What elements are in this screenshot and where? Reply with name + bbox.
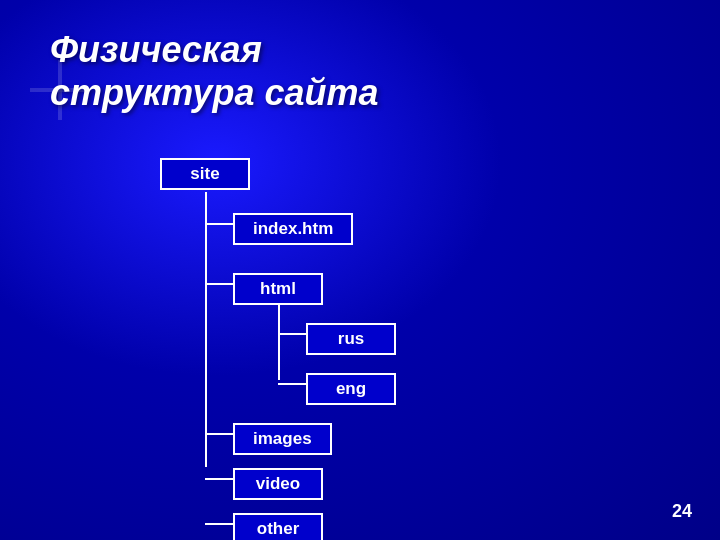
node-html: html [233, 273, 323, 305]
node-eng-wrapper: eng [306, 373, 396, 405]
line-to-index [205, 223, 233, 225]
line-to-html [205, 283, 233, 285]
line-to-eng [278, 383, 306, 385]
node-site: site [160, 158, 250, 190]
node-rus-wrapper: rus [306, 323, 396, 355]
main-vertical-line [205, 192, 207, 467]
title-line1: Физическая [50, 28, 379, 71]
node-video-wrapper: video [233, 468, 323, 500]
node-rus: rus [306, 323, 396, 355]
node-images-wrapper: images [233, 423, 332, 455]
title-line2: структура сайта [50, 71, 379, 114]
html-vertical-line [278, 305, 280, 380]
node-other: other [233, 513, 323, 540]
line-to-images [205, 433, 233, 435]
line-to-rus [278, 333, 306, 335]
node-other-wrapper: other [233, 513, 323, 540]
line-to-video [205, 478, 233, 480]
node-html-wrapper: html [233, 273, 323, 305]
node-eng: eng [306, 373, 396, 405]
node-video: video [233, 468, 323, 500]
node-index-htm: index.htm [233, 213, 353, 245]
slide-title: Физическая структура сайта [50, 28, 379, 114]
node-index: index.htm [233, 213, 353, 245]
node-images: images [233, 423, 332, 455]
line-to-other [205, 523, 233, 525]
slide-number: 24 [672, 501, 692, 522]
